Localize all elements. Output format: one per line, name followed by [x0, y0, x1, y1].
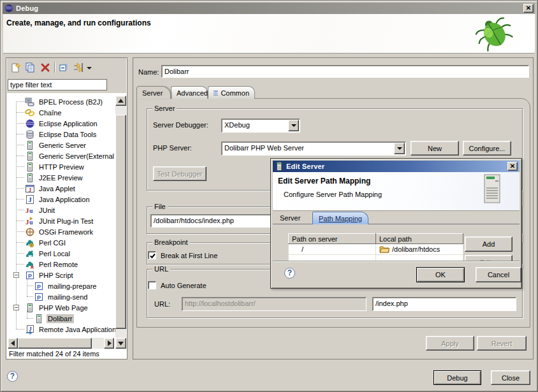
edit-server-titlebar[interactable]: Edit Server ✕ [273, 161, 520, 172]
path-mapping-content: Path on serverLocal path//dolibarr/htdoc… [273, 224, 520, 261]
tree-vertical-scrollbar[interactable] [115, 96, 126, 349]
tree-item-perl-local[interactable]: Perl Local [7, 248, 115, 259]
tree-item-java-application[interactable]: JJava Application [7, 194, 115, 205]
filter-launch-configurations-button[interactable] [73, 62, 84, 73]
server-icon [25, 140, 35, 150]
tree-item-junit[interactable]: JuJUnit [7, 205, 115, 215]
perl-cgi-icon [25, 238, 35, 248]
tree-item-eclipse-application[interactable]: Eclipse Application [7, 118, 115, 129]
tree-item-j2ee-preview[interactable]: J2EE Preview [7, 172, 115, 183]
svg-text:R: R [31, 265, 34, 270]
svg-text:P: P [28, 272, 32, 279]
server-debugger-label: Server Debugger: [153, 121, 208, 129]
tab-server-settings[interactable]: Server [274, 212, 306, 224]
bpel-icon [25, 97, 35, 107]
filter-input[interactable] [8, 79, 107, 91]
revert-button[interactable]: Revert [477, 336, 527, 351]
debug-button[interactable]: Debug [433, 370, 481, 385]
edit-server-title: Edit Server [286, 163, 324, 170]
debug-dialog-window: Debug ✕ Create, manage, and run configur… [0, 0, 538, 392]
cancel-button[interactable]: Cancel [476, 267, 521, 282]
column-header[interactable]: Path on server [289, 234, 376, 244]
breakpoint-group-title: Breakpoint [152, 238, 190, 246]
delete-configuration-button[interactable] [40, 62, 51, 73]
junit-plugin-icon: Ju [25, 216, 35, 226]
edit-mapping-button[interactable]: Edit... [465, 255, 513, 261]
break-at-first-line-checkbox[interactable] [148, 251, 156, 259]
tree-horizontal-scrollbar[interactable] [8, 338, 114, 349]
tab-advanced[interactable]: Advanced [171, 86, 208, 99]
tree-item-php-web-page[interactable]: PHP Web Page [7, 302, 115, 313]
phpweb-icon [34, 314, 44, 324]
tree-item-osgi-framework[interactable]: OSGi Framework [7, 226, 115, 237]
tree-item-php-script[interactable]: PPHP Script [7, 270, 115, 280]
url-path-input[interactable]: /index.php [372, 297, 516, 311]
tree-item-remote-java-application[interactable]: JRemote Java Application [7, 324, 115, 335]
new-configuration-button[interactable] [10, 62, 21, 73]
php-file-icon: P [34, 292, 44, 302]
break-at-first-line-label: Break at First Line [161, 252, 217, 259]
server-tower-icon [483, 174, 502, 203]
php-file-icon: P [34, 281, 44, 291]
tab-common[interactable]: Common [208, 86, 255, 99]
close-button[interactable]: Close [491, 370, 530, 385]
name-input[interactable]: Dolibarr [161, 65, 529, 78]
tree-item-junit-plug-in-test[interactable]: JuJUnit Plug-in Test [7, 215, 115, 226]
tree-item-perl-cgi[interactable]: Perl CGI [7, 237, 115, 248]
server-icon [25, 151, 35, 161]
junit-icon: Ju [25, 205, 35, 215]
edit-server-footer: ? OK Cancel [273, 261, 520, 286]
remote-java-icon: J [25, 324, 35, 335]
add-mapping-button[interactable]: Add [465, 236, 513, 252]
tree-item-dolibarr[interactable]: Dolibarr [7, 313, 115, 324]
tree-item-bpel-process-b2j-[interactable]: BPEL Process (B2J) [7, 96, 115, 107]
tree-item-eclipse-data-tools[interactable]: Eclipse Data Tools [7, 129, 115, 140]
php-icon: P [25, 270, 35, 280]
svg-text:J: J [29, 326, 32, 332]
edit-server-heading: Edit Server Path Mapping [278, 177, 370, 185]
dropdown-arrow-icon[interactable] [288, 120, 299, 131]
test-debugger-button[interactable]: Test Debugger [153, 166, 207, 181]
edit-server-close-button[interactable]: ✕ [507, 162, 518, 171]
name-label: Name: [138, 68, 159, 76]
tree-item-generic-server-external-la[interactable]: Generic Server(External La [7, 150, 115, 161]
chain-icon [25, 108, 35, 118]
tree-item-perl-remote[interactable]: RPerl Remote [7, 259, 115, 270]
new-server-button[interactable]: New [411, 141, 459, 156]
configurations-panel: BPEL Process (B2J)ChaîneEclipse Applicat… [6, 57, 127, 359]
configure-server-button[interactable]: Configure... [463, 141, 511, 156]
tree-item-java-applet[interactable]: JJava Applet [7, 183, 115, 194]
auto-generate-checkbox[interactable] [148, 281, 156, 289]
apply-button[interactable]: Apply [426, 336, 474, 351]
close-window-button[interactable]: ✕ [523, 4, 534, 13]
duplicate-configuration-button[interactable] [24, 62, 36, 73]
tree-item-cha-ne[interactable]: Chaîne [7, 107, 115, 118]
php-server-select[interactable]: Dolibarr PHP Web Server [221, 142, 406, 156]
url-group-title: URL [152, 265, 170, 273]
svg-text:u: u [29, 207, 33, 214]
path-mapping-row[interactable]: //dolibarr/htdocs [289, 244, 463, 255]
ok-button[interactable]: OK [416, 267, 465, 282]
collapse-all-button[interactable] [58, 62, 69, 73]
table-icon [214, 89, 218, 97]
perl-icon [25, 249, 35, 259]
file-group-title: File [152, 203, 168, 210]
phpweb-icon [25, 303, 35, 313]
tab-path-mapping[interactable]: Path Mapping [312, 212, 368, 224]
bug-image [470, 15, 520, 52]
tree-item-mailing-send[interactable]: Pmailing-send [7, 291, 115, 302]
titlebar[interactable]: Debug ✕ [3, 3, 535, 14]
dialog-header-title: Create, manage, and run configurations [6, 18, 151, 27]
dropdown-arrow-icon[interactable] [394, 143, 405, 154]
tree-item-mailing-prepare[interactable]: Pmailing-prepare [7, 280, 115, 291]
help-button[interactable]: ? [7, 371, 18, 382]
edit-server-help-button[interactable]: ? [284, 268, 295, 279]
column-header[interactable]: Local path [376, 234, 463, 244]
eclipse-logo-icon [4, 4, 13, 13]
server-debugger-select[interactable]: XDebug [221, 119, 300, 133]
toolbar-menu-arrow[interactable] [86, 62, 92, 73]
tree-item-generic-server[interactable]: Generic Server [7, 140, 115, 150]
tab-server[interactable]: Server [136, 86, 171, 99]
tree-item-http-preview[interactable]: HTTP Preview [7, 161, 115, 172]
edit-server-subheading: Configure Server Path Mapping [284, 191, 382, 198]
